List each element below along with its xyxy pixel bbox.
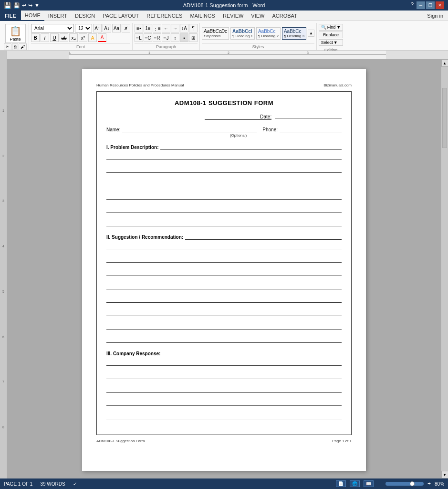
- write-line: [106, 373, 342, 379]
- ribbon-group-clipboard: 📋 Paste ✂ ⎘ 🖌 Clipboard: [2, 23, 29, 50]
- menu-mailings[interactable]: MAILINGS: [186, 11, 219, 21]
- quick-access-redo[interactable]: ↪: [28, 2, 32, 9]
- write-line: [106, 270, 342, 276]
- menubar: FILE HOME INSERT DESIGN PAGE LAYOUT REFE…: [0, 11, 448, 21]
- write-line: [106, 284, 342, 289]
- statusbar: PAGE 1 OF 1 39 WORDS ✓ 📄 🌐 📖 ─ + 80%: [0, 478, 448, 489]
- menu-review[interactable]: REVIEW: [219, 11, 247, 21]
- write-line: [106, 154, 342, 159]
- find-icon: 🔍: [321, 25, 326, 30]
- menu-acrobat[interactable]: ACROBAT: [268, 11, 301, 21]
- font-size-select[interactable]: 12: [75, 24, 92, 32]
- align-left-button[interactable]: ≡L: [135, 33, 143, 42]
- scroll-up-button[interactable]: ▲: [441, 59, 448, 67]
- write-line: [106, 414, 342, 419]
- bold-button[interactable]: B: [31, 33, 40, 42]
- scroll-down-button[interactable]: ▼: [441, 471, 448, 478]
- line-spacing-button[interactable]: ↕: [171, 33, 179, 42]
- shading-button[interactable]: ▪: [180, 33, 188, 42]
- section2-lines: [106, 244, 342, 343]
- quick-access-save[interactable]: 💾: [13, 2, 20, 9]
- copy-button[interactable]: ⎘: [12, 43, 18, 50]
- change-case-button[interactable]: Aa: [112, 24, 121, 32]
- menu-page-layout[interactable]: PAGE LAYOUT: [99, 11, 143, 21]
- zoom-in-button[interactable]: +: [427, 480, 431, 487]
- bullets-button[interactable]: ≡•: [135, 24, 143, 32]
- titlebar-left: 💾 💾 ↩ ↪ ▼: [4, 2, 40, 9]
- zoom-slider[interactable]: [385, 482, 424, 486]
- align-center-button[interactable]: ≡C: [144, 33, 152, 42]
- underline-button[interactable]: U: [50, 33, 59, 42]
- decrease-indent-button[interactable]: ←: [162, 24, 170, 32]
- heading1-style-box[interactable]: AaBbCcI ¶ Heading 1: [230, 27, 255, 40]
- page-info: PAGE 1 OF 1: [4, 481, 32, 487]
- date-label: Date:: [205, 114, 271, 120]
- ruler: L 1 2 3: [0, 51, 448, 59]
- align-right-button[interactable]: ≡R: [153, 33, 161, 42]
- minimize-button[interactable]: ─: [417, 1, 425, 9]
- find-button[interactable]: 🔍 Find ▼: [319, 24, 343, 31]
- close-button[interactable]: ✕: [436, 1, 444, 9]
- menu-references[interactable]: REFERENCES: [143, 11, 186, 21]
- clear-format-button[interactable]: ✗: [122, 24, 130, 32]
- zoom-out-button[interactable]: ─: [377, 480, 382, 487]
- menu-file[interactable]: FILE: [0, 11, 21, 21]
- superscript-button[interactable]: x²: [79, 33, 87, 42]
- write-line: [106, 310, 342, 316]
- section2-label: II. Suggestion / Recommendation:: [106, 234, 183, 240]
- document-meta: Human Resources Policies and Procedures …: [96, 83, 352, 87]
- app-icon: 💾: [4, 2, 11, 9]
- date-field: [275, 118, 342, 118]
- borders-button[interactable]: ⊞: [189, 33, 198, 42]
- replace-button[interactable]: Replace: [319, 32, 343, 38]
- side-ruler: 1 2 3 4 5 6 7 8: [0, 59, 7, 478]
- strikethrough-button[interactable]: ab: [60, 33, 68, 42]
- menu-view[interactable]: VIEW: [247, 11, 268, 21]
- paste-button[interactable]: 📋 Paste: [5, 24, 26, 43]
- write-line: [106, 400, 342, 406]
- cut-button[interactable]: ✂: [4, 43, 11, 50]
- phone-input-line: [280, 127, 342, 132]
- emphasis-style-box[interactable]: AaBbCcDc Emphasis: [202, 27, 229, 40]
- view-web-button[interactable]: 🌐: [350, 480, 360, 487]
- italic-button[interactable]: I: [41, 33, 49, 42]
- section3-label: III. Company Response:: [106, 351, 160, 356]
- subscript-button[interactable]: x₂: [69, 33, 78, 42]
- proofing-icon[interactable]: ✓: [73, 481, 77, 487]
- format-painter-button[interactable]: 🖌: [19, 43, 27, 50]
- restore-button[interactable]: ❐: [426, 1, 435, 9]
- font-name-select[interactable]: Arial: [31, 24, 74, 32]
- quick-access-more[interactable]: ▼: [34, 2, 40, 8]
- font-grow-button[interactable]: A↑: [93, 24, 102, 32]
- sort-button[interactable]: ↕A: [180, 24, 188, 32]
- write-line: [106, 194, 342, 200]
- form-box: ADM108-1 SUGGESTION FORM Date: Name: Pho…: [96, 91, 352, 435]
- view-read-button[interactable]: 📖: [364, 480, 374, 487]
- name-input-line: [122, 127, 257, 132]
- numbering-button[interactable]: 1≡: [144, 24, 152, 32]
- menu-design[interactable]: DESIGN: [71, 11, 99, 21]
- increase-indent-button[interactable]: →: [171, 24, 179, 32]
- ribbon-group-styles: AaBbCcDc Emphasis AaBbCcI ¶ Heading 1 Aa…: [200, 23, 317, 50]
- text-highlight-button[interactable]: A: [88, 33, 97, 42]
- show-paragraph-button[interactable]: ¶: [189, 24, 198, 32]
- view-print-button[interactable]: 📄: [336, 480, 346, 487]
- signin-link[interactable]: Sign in: [422, 11, 448, 20]
- menu-insert[interactable]: INSERT: [44, 11, 71, 21]
- heading2-style-box[interactable]: AaBbCc ¶ Heading 2: [256, 27, 281, 40]
- select-button[interactable]: Select▼: [319, 39, 343, 46]
- font-shrink-button[interactable]: A↓: [103, 24, 111, 32]
- styles-scroll-up[interactable]: ▲: [308, 30, 314, 37]
- name-phone-row: Name: Phone:: [106, 127, 342, 132]
- menu-home[interactable]: HOME: [21, 11, 44, 21]
- write-line: [106, 337, 342, 343]
- section2-first-line: II. Suggestion / Recommendation:: [106, 234, 342, 240]
- help-icon[interactable]: ?: [411, 1, 414, 9]
- quick-access-undo[interactable]: ↩: [22, 2, 26, 9]
- justify-button[interactable]: ≡J: [162, 33, 170, 42]
- word-count: 39 WORDS: [40, 481, 65, 487]
- multilevel-button[interactable]: ⋮≡: [153, 24, 161, 32]
- heading3-style-box[interactable]: AaBbCc ¶ Heading 3: [282, 27, 306, 40]
- statusbar-right: 📄 🌐 📖 ─ + 80%: [336, 480, 444, 487]
- font-color-button[interactable]: A: [98, 33, 106, 42]
